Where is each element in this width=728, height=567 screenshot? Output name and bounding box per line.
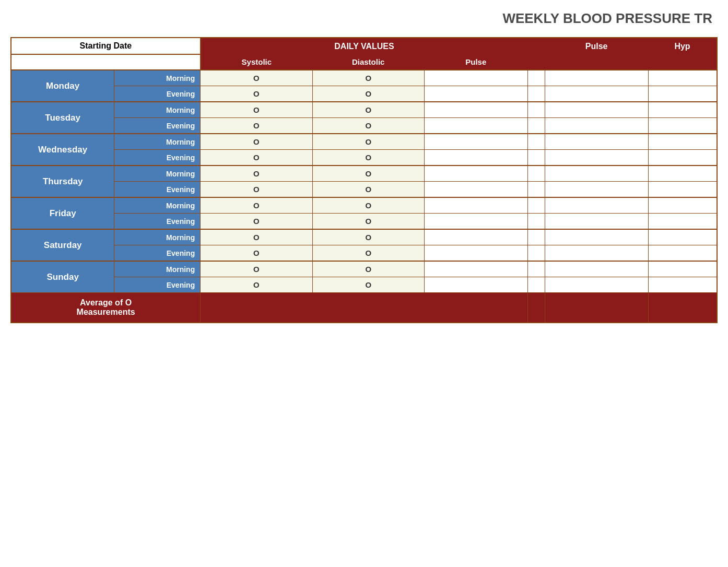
evening-pulse-wednesday[interactable] [424,150,527,166]
morning-gap-sunday [527,261,545,277]
morning-pulse-wednesday[interactable] [424,134,527,150]
morning-systolic-monday[interactable]: O [201,70,312,86]
morning-pulse-tuesday[interactable] [424,102,527,118]
morning-pulse-saturday[interactable] [424,229,527,245]
morning-hyp-thursday[interactable] [648,166,717,182]
morning-systolic-thursday[interactable]: O [201,166,312,182]
evening-diastolic-tuesday[interactable]: O [312,118,424,134]
morning-pulse-sunday[interactable] [424,261,527,277]
morning-avg-pulse-sunday[interactable] [545,261,648,277]
evening-avg-pulse-wednesday[interactable] [545,150,648,166]
morning-diastolic-tuesday[interactable]: O [312,102,424,118]
morning-hyp-tuesday[interactable] [648,102,717,118]
day-label-monday: Monday [11,70,114,102]
day-row-wednesday-evening: Evening O O [11,150,717,166]
page-title: WEEKLY BLOOD PRESSURE TR [10,10,718,27]
evening-diastolic-thursday[interactable]: O [312,182,424,198]
evening-pulse-saturday[interactable] [424,245,527,262]
evening-avg-pulse-sunday[interactable] [545,277,648,293]
header-gap [527,38,545,54]
morning-avg-pulse-wednesday[interactable] [545,134,648,150]
day-row-friday-evening: Evening O O [11,214,717,230]
morning-diastolic-monday[interactable]: O [312,70,424,86]
morning-avg-pulse-tuesday[interactable] [545,102,648,118]
morning-label-tuesday: Morning [114,102,201,118]
evening-pulse-thursday[interactable] [424,182,527,198]
evening-hyp-thursday[interactable] [648,182,717,198]
morning-systolic-saturday[interactable]: O [201,229,312,245]
evening-hyp-monday[interactable] [648,86,717,102]
morning-pulse-monday[interactable] [424,70,527,86]
header-hyp-gap [648,54,717,70]
starting-date-input[interactable] [11,54,201,70]
evening-avg-pulse-tuesday[interactable] [545,118,648,134]
evening-label-wednesday: Evening [114,150,201,166]
evening-pulse-tuesday[interactable] [424,118,527,134]
morning-systolic-friday[interactable]: O [201,197,312,214]
morning-label-friday: Morning [114,197,201,214]
morning-avg-pulse-saturday[interactable] [545,229,648,245]
day-row-tuesday-evening: Evening O O [11,118,717,134]
evening-hyp-wednesday[interactable] [648,150,717,166]
day-row-wednesday-morning: Wednesday Morning O O [11,134,717,150]
evening-hyp-friday[interactable] [648,214,717,230]
morning-avg-pulse-thursday[interactable] [545,166,648,182]
evening-avg-pulse-monday[interactable] [545,86,648,102]
header-row-2: Systolic Diastolic Pulse [11,54,717,70]
morning-pulse-thursday[interactable] [424,166,527,182]
evening-systolic-tuesday[interactable]: O [201,118,312,134]
header-hyp: Hyp [648,38,717,54]
average-values [201,293,528,323]
evening-diastolic-sunday[interactable]: O [312,277,424,293]
evening-gap-tuesday [527,118,545,134]
evening-label-friday: Evening [114,214,201,230]
morning-diastolic-sunday[interactable]: O [312,261,424,277]
evening-diastolic-monday[interactable]: O [312,86,424,102]
day-label-wednesday: Wednesday [11,134,114,166]
morning-label-wednesday: Morning [114,134,201,150]
evening-avg-pulse-saturday[interactable] [545,245,648,262]
evening-systolic-sunday[interactable]: O [201,277,312,293]
evening-avg-pulse-thursday[interactable] [545,182,648,198]
evening-hyp-sunday[interactable] [648,277,717,293]
morning-systolic-wednesday[interactable]: O [201,134,312,150]
morning-gap-wednesday [527,134,545,150]
morning-pulse-friday[interactable] [424,197,527,214]
morning-hyp-saturday[interactable] [648,229,717,245]
morning-hyp-friday[interactable] [648,197,717,214]
evening-avg-pulse-friday[interactable] [545,214,648,230]
morning-systolic-tuesday[interactable]: O [201,102,312,118]
evening-diastolic-wednesday[interactable]: O [312,150,424,166]
evening-diastolic-friday[interactable]: O [312,214,424,230]
evening-gap-saturday [527,245,545,262]
morning-systolic-sunday[interactable]: O [201,261,312,277]
evening-systolic-monday[interactable]: O [201,86,312,102]
evening-systolic-wednesday[interactable]: O [201,150,312,166]
morning-diastolic-saturday[interactable]: O [312,229,424,245]
evening-pulse-friday[interactable] [424,214,527,230]
day-label-saturday: Saturday [11,229,114,261]
evening-diastolic-saturday[interactable]: O [312,245,424,262]
evening-systolic-friday[interactable]: O [201,214,312,230]
morning-gap-tuesday [527,102,545,118]
morning-avg-pulse-friday[interactable] [545,197,648,214]
morning-hyp-wednesday[interactable] [648,134,717,150]
average-row: Average of OMeasurements [11,293,717,323]
day-row-thursday-evening: Evening O O [11,182,717,198]
evening-hyp-saturday[interactable] [648,245,717,262]
evening-hyp-tuesday[interactable] [648,118,717,134]
day-row-thursday-morning: Thursday Morning O O [11,166,717,182]
morning-diastolic-wednesday[interactable]: O [312,134,424,150]
morning-diastolic-thursday[interactable]: O [312,166,424,182]
evening-label-saturday: Evening [114,245,201,262]
evening-systolic-thursday[interactable]: O [201,182,312,198]
morning-hyp-sunday[interactable] [648,261,717,277]
evening-pulse-sunday[interactable] [424,277,527,293]
evening-pulse-monday[interactable] [424,86,527,102]
morning-avg-pulse-monday[interactable] [545,70,648,86]
morning-hyp-monday[interactable] [648,70,717,86]
evening-systolic-saturday[interactable]: O [201,245,312,262]
evening-gap-sunday [527,277,545,293]
day-row-saturday-morning: Saturday Morning O O [11,229,717,245]
morning-diastolic-friday[interactable]: O [312,197,424,214]
